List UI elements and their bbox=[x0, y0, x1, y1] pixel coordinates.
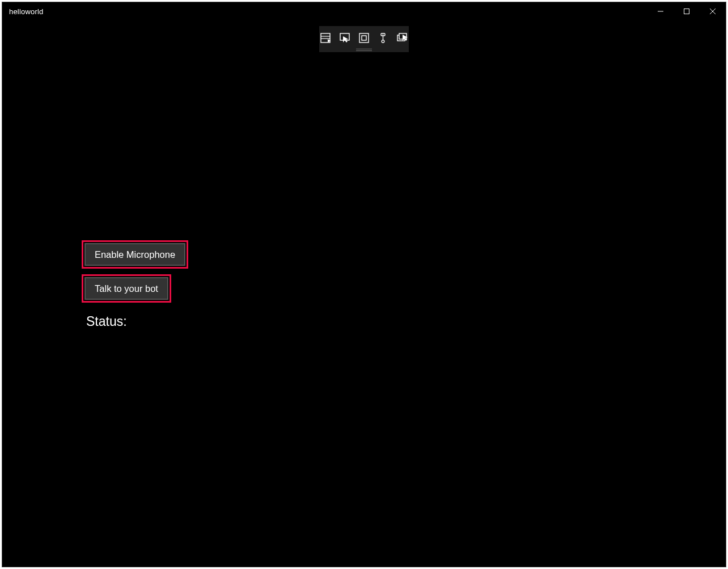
main-content: Enable Microphone Talk to your bot Statu… bbox=[82, 240, 188, 329]
window-title: helloworld bbox=[9, 7, 44, 16]
title-bar: helloworld bbox=[2, 2, 726, 20]
maximize-button[interactable] bbox=[674, 2, 700, 20]
close-icon bbox=[710, 9, 716, 14]
svg-marker-9 bbox=[343, 36, 348, 43]
enable-microphone-button[interactable]: Enable Microphone bbox=[84, 243, 185, 266]
highlight-talk-to-bot: Talk to your bot bbox=[82, 274, 171, 303]
window-controls bbox=[647, 2, 726, 20]
minimize-icon bbox=[658, 9, 663, 14]
xaml-debug-toolbar[interactable] bbox=[319, 26, 409, 52]
status-label: Status: bbox=[86, 314, 188, 329]
live-visual-tree-icon[interactable] bbox=[319, 32, 332, 44]
app-window: helloworld bbox=[2, 2, 726, 567]
svg-rect-1 bbox=[684, 9, 689, 14]
select-element-icon[interactable] bbox=[338, 32, 351, 44]
maximize-icon bbox=[684, 9, 689, 14]
minimize-button[interactable] bbox=[647, 2, 674, 20]
close-button[interactable] bbox=[700, 2, 726, 20]
display-layout-adorners-icon[interactable] bbox=[358, 32, 370, 44]
track-focused-element-icon[interactable] bbox=[377, 32, 390, 44]
toolbar-icons-row bbox=[319, 29, 409, 46]
highlight-enable-microphone: Enable Microphone bbox=[82, 240, 188, 269]
svg-rect-11 bbox=[362, 36, 366, 40]
svg-rect-10 bbox=[359, 33, 369, 43]
talk-to-bot-button[interactable]: Talk to your bot bbox=[84, 277, 168, 300]
toolbar-drag-handle[interactable] bbox=[356, 49, 372, 51]
svg-point-15 bbox=[382, 40, 384, 43]
svg-point-13 bbox=[383, 34, 384, 35]
go-to-live-visual-tree-icon[interactable] bbox=[396, 32, 409, 44]
